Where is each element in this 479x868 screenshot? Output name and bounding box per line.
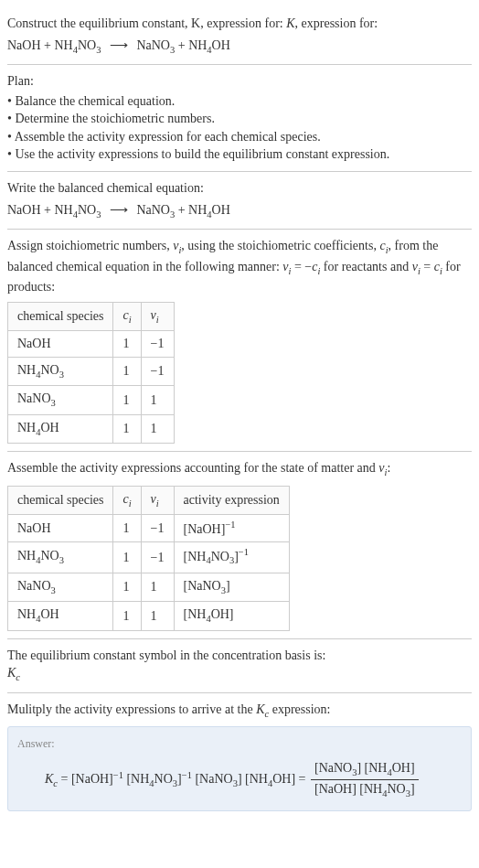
col-ci: ci — [113, 486, 141, 514]
cell-nu: −1 — [141, 515, 174, 542]
cell-c: 1 — [113, 414, 141, 443]
table-row: NH4OH 1 1 [NH4OH] — [8, 602, 290, 630]
cell-species: NaNO3 — [8, 573, 113, 601]
cell-c: 1 — [113, 357, 141, 385]
plan-item: Use the activity expressions to build th… — [7, 145, 472, 164]
answer-formula: Kc = [NaOH]−1 [NH4NO3]−1 [NaNO3] [NH4OH]… — [17, 759, 462, 801]
plan-title: Plan: — [7, 72, 472, 91]
symbol-intro: The equilibrium constant symbol in the c… — [7, 647, 472, 665]
plan-item: Determine the stoichiometric numbers. — [7, 110, 472, 128]
eq-naoh: NaOH — [7, 38, 41, 52]
cell-species: NH4NO3 — [8, 357, 113, 385]
cell-nu: −1 — [141, 357, 174, 385]
fraction-den: [NaOH] [NH4NO3] — [311, 780, 419, 800]
eq-nh4oh: NH4OH — [188, 38, 230, 52]
cell-species: NaNO3 — [8, 386, 113, 414]
cell-nu: 1 — [141, 573, 174, 601]
table-row: NaOH 1 −1 [NaOH]−1 — [8, 515, 290, 542]
table-row: NH4NO3 1 −1 — [8, 357, 175, 385]
cell-species: NaOH — [8, 331, 113, 358]
eq-nano3: NaNO3 — [136, 38, 175, 52]
multiply-section: Mulitply the activity expressions to arr… — [7, 693, 472, 819]
table-row: NaOH 1 −1 — [8, 331, 175, 358]
cell-species: NH4OH — [8, 414, 113, 443]
cell-nu: −1 — [141, 331, 174, 358]
cell-nu: 1 — [141, 386, 174, 414]
activity-intro: Assemble the activity expressions accoun… — [7, 459, 472, 479]
cell-nu: 1 — [141, 602, 174, 630]
col-ci: ci — [113, 302, 141, 330]
cell-expr: [NaOH]−1 — [174, 515, 289, 542]
table-row: NaNO3 1 1 [NaNO3] — [8, 573, 290, 601]
cell-c: 1 — [113, 386, 141, 414]
cell-species: NH4OH — [8, 602, 113, 630]
table-row: NH4NO3 1 −1 [NH4NO3]−1 — [8, 542, 290, 573]
col-nui: νi — [141, 486, 174, 514]
answer-box: Answer: Kc = [NaOH]−1 [NH4NO3]−1 [NaNO3]… — [7, 726, 472, 811]
cell-c: 1 — [113, 573, 141, 601]
col-expr: activity expression — [174, 486, 289, 514]
stoich-section: Assign stoichiometric numbers, νi, using… — [7, 230, 472, 451]
table-row: NH4OH 1 1 — [8, 414, 175, 443]
eq-nh4no3: NH4NO3 — [54, 38, 101, 52]
table-header-row: chemical species ci νi — [8, 302, 175, 330]
cell-nu: 1 — [141, 414, 174, 443]
fraction-num: [NaNO3] [NH4OH] — [311, 759, 419, 780]
symbol-section: The equilibrium constant symbol in the c… — [7, 639, 472, 692]
symbol-kc: Kc — [7, 664, 472, 684]
table-row: NaNO3 1 1 — [8, 386, 175, 414]
balanced-title: Write the balanced chemical equation: — [7, 179, 472, 198]
col-species: chemical species — [8, 302, 113, 330]
cell-c: 1 — [113, 542, 141, 573]
stoich-intro: Assign stoichiometric numbers, νi, using… — [7, 237, 472, 296]
cell-nu: −1 — [141, 542, 174, 573]
cell-species: NaOH — [8, 515, 113, 542]
cell-expr: [NaNO3] — [174, 573, 289, 601]
plan-section: Plan: Balance the chemical equation. Det… — [7, 65, 472, 171]
arrow-icon: ⟶ — [110, 203, 128, 217]
intro-equation: NaOH + NH4NO3 ⟶ NaNO3 + NH4OH — [7, 37, 472, 57]
plan-item: Assemble the activity expression for eac… — [7, 128, 472, 146]
table-header-row: chemical species ci νi activity expressi… — [8, 486, 290, 514]
fraction: [NaNO3] [NH4OH] [NaOH] [NH4NO3] — [311, 759, 419, 801]
cell-expr: [NH4NO3]−1 — [174, 542, 289, 573]
intro-line1: Construct the equilibrium constant, K, e… — [7, 16, 283, 30]
activity-table: chemical species ci νi activity expressi… — [7, 486, 290, 631]
col-species: chemical species — [8, 486, 113, 514]
plan-item: Balance the chemical equation. — [7, 92, 472, 111]
stoich-table: chemical species ci νi NaOH 1 −1 NH4NO3 … — [7, 302, 175, 445]
intro-text: Construct the equilibrium constant, K, e… — [7, 15, 472, 33]
arrow-icon: ⟶ — [110, 38, 128, 52]
cell-species: NH4NO3 — [8, 542, 113, 573]
plan-list: Balance the chemical equation. Determine… — [7, 92, 472, 164]
col-nui: νi — [141, 302, 174, 330]
answer-label: Answer: — [17, 736, 462, 752]
balanced-section: Write the balanced chemical equation: Na… — [7, 172, 472, 229]
cell-c: 1 — [113, 331, 141, 358]
multiply-intro: Mulitply the activity expressions to arr… — [7, 701, 472, 721]
balanced-equation: NaOH + NH4NO3 ⟶ NaNO3 + NH4OH — [7, 201, 472, 221]
intro-section: Construct the equilibrium constant, K, e… — [7, 7, 472, 64]
cell-expr: [NH4OH] — [174, 602, 289, 630]
cell-c: 1 — [113, 602, 141, 630]
cell-c: 1 — [113, 515, 141, 542]
activity-section: Assemble the activity expressions accoun… — [7, 452, 472, 638]
